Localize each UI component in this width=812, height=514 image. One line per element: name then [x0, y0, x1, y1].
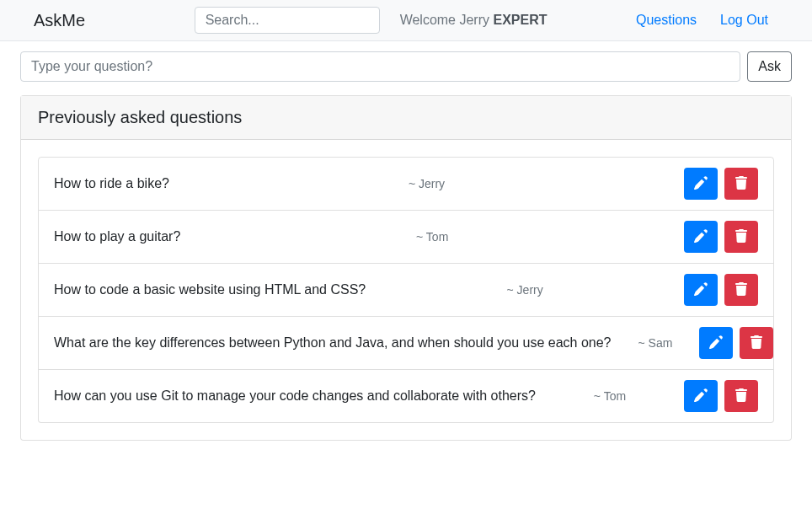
card-header: Previously asked questions [21, 96, 791, 140]
trash-icon [735, 229, 748, 245]
brand[interactable]: AskMe [13, 8, 105, 34]
row-actions [684, 168, 758, 200]
delete-button[interactable] [724, 221, 758, 253]
row-actions [684, 274, 758, 306]
row-actions [684, 221, 758, 253]
nav-center: Welcome Jerry EXPERT [119, 7, 622, 34]
row-actions [684, 380, 758, 412]
delete-button[interactable] [724, 380, 758, 412]
ask-row: Ask [20, 51, 792, 82]
ask-input[interactable] [20, 51, 740, 82]
question-author: ~ Sam [638, 336, 672, 350]
nav-questions[interactable]: Questions [636, 13, 697, 28]
edit-button[interactable] [684, 168, 718, 200]
welcome-name: Jerry [459, 13, 489, 27]
question-list: How to ride a bike?~ JerryHow to play a … [38, 157, 774, 423]
edit-button[interactable] [684, 380, 718, 412]
welcome-text: Welcome Jerry EXPERT [400, 13, 548, 28]
edit-button[interactable] [684, 274, 718, 306]
question-author: ~ Tom [416, 230, 448, 244]
edit-button[interactable] [699, 327, 733, 359]
question-author: ~ Jerry [507, 283, 543, 297]
welcome-prefix: Welcome [400, 13, 460, 27]
table-row: How to code a basic website using HTML a… [38, 264, 774, 317]
nav-logout[interactable]: Log Out [720, 13, 768, 28]
search-input[interactable] [195, 7, 380, 34]
question-text: What are the key differences between Pyt… [54, 335, 611, 351]
table-row: What are the key differences between Pyt… [38, 317, 774, 370]
nav-links: Questions Log Out [636, 13, 799, 28]
question-author: ~ Tom [594, 389, 626, 403]
navbar: AskMe Welcome Jerry EXPERT Questions Log… [0, 0, 812, 41]
trash-icon [735, 388, 748, 404]
row-actions [699, 327, 773, 359]
delete-button[interactable] [724, 274, 758, 306]
edit-icon [694, 176, 708, 192]
questions-card: Previously asked questions How to ride a… [20, 95, 792, 441]
question-text: How can you use Git to manage your code … [54, 388, 536, 404]
trash-icon [735, 282, 748, 298]
welcome-role: EXPERT [493, 13, 547, 27]
delete-button[interactable] [740, 327, 773, 359]
main-container: Ask Previously asked questions How to ri… [0, 41, 812, 451]
edit-button[interactable] [684, 221, 718, 253]
question-text: How to play a guitar? [54, 229, 180, 244]
edit-icon [694, 388, 708, 404]
edit-icon [694, 282, 708, 298]
question-author: ~ Jerry [409, 177, 445, 190]
question-text: How to code a basic website using HTML a… [54, 282, 366, 297]
card-body: How to ride a bike?~ JerryHow to play a … [21, 140, 791, 440]
trash-icon [735, 176, 748, 192]
table-row: How can you use Git to manage your code … [38, 370, 774, 423]
table-row: How to play a guitar?~ Tom [38, 211, 774, 264]
edit-icon [709, 335, 723, 351]
edit-icon [694, 229, 708, 245]
table-row: How to ride a bike?~ Jerry [38, 157, 774, 211]
question-text: How to ride a bike? [54, 176, 169, 191]
trash-icon [750, 335, 763, 351]
delete-button[interactable] [724, 168, 758, 200]
ask-button[interactable]: Ask [747, 51, 792, 82]
